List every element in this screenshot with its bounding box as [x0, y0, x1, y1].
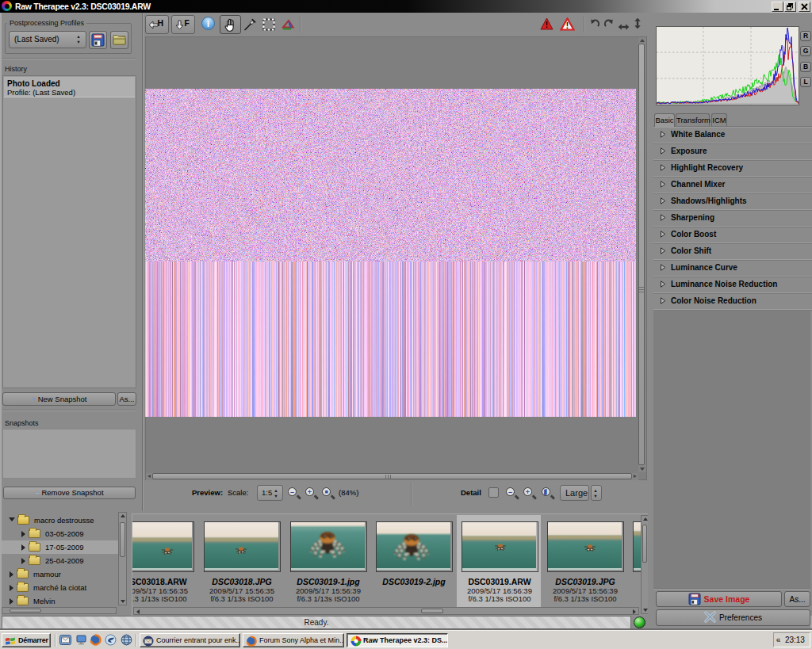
svg-text:!: ! [546, 21, 548, 29]
svg-text:!: ! [566, 21, 569, 30]
